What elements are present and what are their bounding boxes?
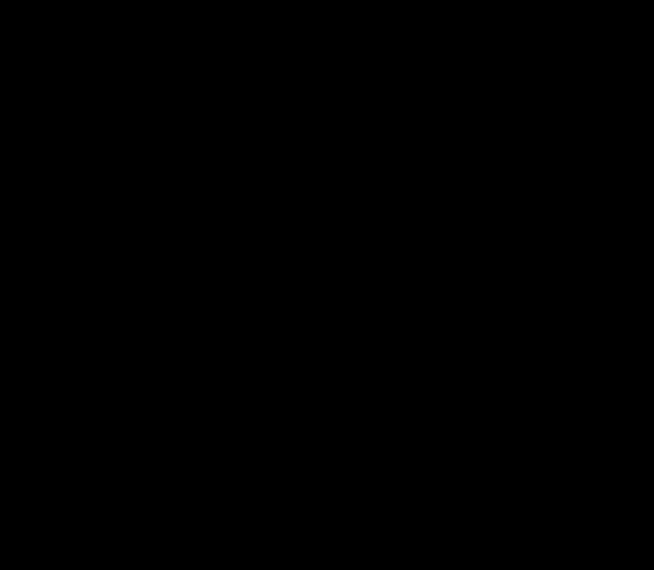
table-row: Рабочий процессЗавершение проектовКачест… [7,173,647,329]
goals-table: Вид бизнес-цели Категория цели Примеры к… [6,6,648,466]
category-item: Производительно используемое время [126,262,318,298]
table-row: Конечный результатВыручкаЧистый доходРас… [7,53,647,172]
category-item: Доля рынка [126,143,318,161]
cell-examples: Достижение уровня $2 млрд в 2009 году. У… [327,53,647,172]
cell-kind: Конечный результат [7,53,117,172]
cell-categories: Завершение проектовКачество готовых изде… [117,173,327,329]
cell-kind: Человеческие отношения [7,328,117,465]
category-item: Чистый доход [126,87,318,105]
cell-categories: Участие сотрудников в программе повышени… [117,328,327,465]
category-item: Совместное принятие решений на правлении [126,388,318,424]
category-item: Выручка [126,58,318,76]
category-item: Качество готовых изделий [126,206,318,224]
table-header-row: Вид бизнес-цели Категория цели Примеры к… [7,7,647,53]
category-item: Участие сотрудников в программе повышени… [126,333,318,388]
col-header-category: Категория цели [117,7,327,53]
category-item: Завершение проектов [126,178,318,196]
col-header-kind: Вид бизнес-цели [7,7,117,53]
category-item: Развитие руководителями своих подчиненны… [126,424,318,460]
cell-kind: Рабочий процесс [7,173,117,329]
table-row: Человеческие отношенияУчастие сотруднико… [7,328,647,465]
cell-categories: ВыручкаЧистый доходРасходыДоля рынка [117,53,327,172]
col-header-examples: Примеры конкретных целей [327,7,647,53]
category-item: Расходы [126,115,318,133]
cell-examples: Увеличение доли своевременно завершенных… [327,173,647,329]
category-item: Текучесть кадров [126,234,318,252]
cell-examples: 100 предложений по повышению качества об… [327,328,647,465]
